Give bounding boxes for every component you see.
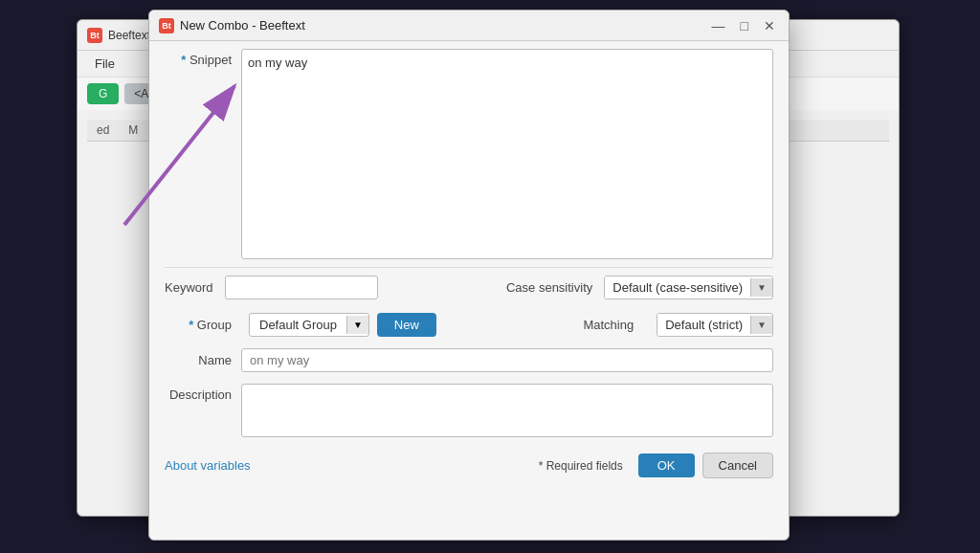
snippet-textarea[interactable] xyxy=(241,49,773,259)
keyword-case-row: Keyword Case sensitivity Default (case-s… xyxy=(149,268,789,307)
description-field-row: Description xyxy=(149,378,789,443)
new-combo-dialog: Bt New Combo - Beeftext — □ ✕ * Snippet … xyxy=(148,10,790,541)
name-input[interactable] xyxy=(241,348,773,372)
snippet-field-row: * Snippet xyxy=(149,41,789,267)
case-sensitivity-arrow-icon[interactable]: ▼ xyxy=(750,278,772,297)
dialog-maximize-button[interactable]: □ xyxy=(737,17,752,34)
cancel-button[interactable]: Cancel xyxy=(702,453,773,478)
snippet-required-star: * xyxy=(181,53,186,67)
case-sensitivity-label: Case sensitivity xyxy=(506,280,592,295)
group-matching-row: * Group Default Group ▼ New Matching Def… xyxy=(149,307,789,343)
dialog-close-button[interactable]: ✕ xyxy=(760,17,779,34)
bg-green-button[interactable]: G xyxy=(87,83,119,104)
bg-app-icon: Bt xyxy=(87,28,102,43)
description-textarea[interactable] xyxy=(241,384,773,437)
group-required-star: * xyxy=(189,318,193,332)
required-fields-note: * Required fields xyxy=(539,459,623,473)
name-field-row: Name xyxy=(149,343,789,378)
dialog-footer: About variables * Required fields OK Can… xyxy=(149,443,789,488)
matching-label: Matching xyxy=(583,318,634,332)
new-group-button[interactable]: New xyxy=(377,313,436,337)
group-select-arrow-icon[interactable]: ▼ xyxy=(346,316,368,334)
dialog-title: New Combo - Beeftext xyxy=(180,18,708,33)
dialog-window-controls: — □ ✕ xyxy=(708,17,779,34)
group-label: * Group xyxy=(165,318,241,332)
ok-button[interactable]: OK xyxy=(638,453,695,477)
dialog-app-icon: Bt xyxy=(159,18,174,33)
dialog-body: * Snippet Keyword Case sensitivity Defau… xyxy=(149,41,789,488)
bg-menu-file[interactable]: File xyxy=(87,56,122,71)
dialog-titlebar: Bt New Combo - Beeftext — □ ✕ xyxy=(149,11,789,41)
matching-select[interactable]: Default (strict) ▼ xyxy=(657,313,773,337)
matching-value: Default (strict) xyxy=(657,314,750,336)
keyword-label: Keyword xyxy=(165,280,213,295)
about-variables-link[interactable]: About variables xyxy=(165,458,251,473)
matching-arrow-icon[interactable]: ▼ xyxy=(750,316,772,334)
dialog-minimize-button[interactable]: — xyxy=(708,17,729,34)
bg-app-title: Beeftext xyxy=(108,29,150,42)
case-sensitivity-select[interactable]: Default (case-sensitive) ▼ xyxy=(604,276,773,299)
snippet-label: * Snippet xyxy=(165,49,241,67)
name-label: Name xyxy=(165,353,241,367)
description-label: Description xyxy=(165,384,241,402)
group-select[interactable]: Default Group ▼ xyxy=(249,313,369,337)
case-sensitivity-value: Default (case-sensitive) xyxy=(605,276,750,299)
col-m: M xyxy=(128,123,138,137)
col-de: ed xyxy=(97,123,109,137)
group-value: Default Group xyxy=(250,314,346,336)
keyword-input[interactable] xyxy=(225,276,378,299)
